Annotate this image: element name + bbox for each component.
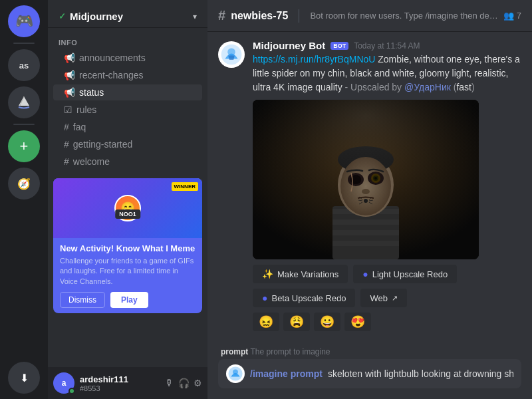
- microphone-icon[interactable]: 🎙: [165, 378, 174, 388]
- light-upscale-redo-button[interactable]: ● Light Upscale Redo: [353, 265, 457, 283]
- speaker-icon-2: 📢: [64, 70, 75, 80]
- header-divider: [299, 9, 299, 23]
- messages-list: Midjourney Bot BOT Today at 11:54 AM htt…: [207, 32, 532, 342]
- promo-content: New Activity! Know What I Meme Challenge…: [53, 238, 202, 313]
- message-input-wrap: /imagine prompt: [218, 359, 521, 388]
- add-icon: +: [20, 138, 29, 155]
- message-text: https://s.mj.run/hr8yrBqMNoU Zombie, wit…: [253, 53, 521, 94]
- noob-badge: NOO1: [115, 209, 140, 219]
- hash-icon: #: [64, 122, 69, 132]
- reaction-1[interactable]: 😩: [283, 313, 310, 331]
- user-info: ardeshir111 #8553: [80, 374, 160, 392]
- headphone-icon[interactable]: 🎧: [178, 378, 190, 388]
- icon-bar: 🎮 as + 🧭 ⬇: [0, 0, 48, 399]
- action-buttons: ✨ Make Variations ● Light Upscale Redo ●…: [253, 265, 521, 307]
- status-dot: [68, 388, 75, 394]
- sailboat-server-button[interactable]: [8, 86, 40, 118]
- server-name: ✓ Midjourney: [59, 11, 123, 22]
- avatar-letter: a: [62, 378, 66, 388]
- compass-icon: 🧭: [17, 178, 31, 190]
- message-time: Today at 11:54 AM: [354, 41, 420, 51]
- user-tag: #8553: [80, 384, 160, 392]
- icon-bar-divider: [13, 43, 35, 44]
- circle-icon-2: ●: [262, 293, 267, 303]
- sailboat-icon: [16, 94, 32, 110]
- image-attachment: [253, 100, 479, 259]
- settings-icon[interactable]: ⚙: [194, 378, 202, 388]
- channel-header: # newbies-75 Bot room for new users. Typ…: [207, 0, 532, 32]
- input-avatar-icon: [228, 366, 243, 381]
- promo-buttons: Dismiss Play: [60, 292, 196, 308]
- as-server-abbr: as: [19, 61, 29, 70]
- reactions: 😖 😩 😀 😍: [253, 313, 521, 331]
- user-action-icons: 🎙 🎧 ⚙: [165, 378, 202, 388]
- sidebar-header[interactable]: ✓ Midjourney ▾: [48, 0, 207, 28]
- add-server-button[interactable]: +: [8, 130, 40, 162]
- download-icon: ⬇: [20, 372, 29, 384]
- message-input[interactable]: [328, 368, 513, 379]
- as-server-button[interactable]: as: [8, 49, 40, 81]
- check-icon: ☑: [64, 104, 72, 115]
- dismiss-button[interactable]: Dismiss: [60, 292, 105, 308]
- promo-description: Challenge your friends to a game of GIFs…: [60, 256, 196, 287]
- zombie-image: [253, 100, 479, 259]
- chevron-down-icon: ▾: [193, 12, 197, 21]
- channel-hash-icon: #: [218, 8, 225, 23]
- sidebar-item-recent-changes[interactable]: 📢 recent-changes: [53, 67, 202, 83]
- download-button[interactable]: ⬇: [8, 362, 40, 394]
- hash-icon-2: #: [64, 139, 69, 150]
- message-body: Midjourney Bot BOT Today at 11:54 AM htt…: [253, 40, 521, 331]
- channel-description: Bot room for new users. Type /imagine th…: [310, 11, 497, 21]
- user-bar: a ardeshir111 #8553 🎙 🎧 ⚙: [48, 367, 207, 399]
- make-variations-button[interactable]: ✨ Make Variations: [253, 265, 348, 283]
- sidebar-item-rules[interactable]: ☑ rules: [53, 102, 202, 118]
- promo-title: New Activity! Know What I Meme: [60, 243, 196, 253]
- sidebar: ✓ Midjourney ▾ INFO 📢 announcements 📢 re…: [48, 0, 207, 399]
- main-content: # newbies-75 Bot room for new users. Typ…: [207, 0, 532, 399]
- hash-icon-3: #: [64, 156, 69, 167]
- user-count: 👥 7: [503, 11, 521, 21]
- promo-card: WINNER 😄 NOO1 New Activity! Know What I …: [53, 178, 202, 313]
- beta-upscale-redo-button[interactable]: ● Beta Upscale Redo: [253, 289, 355, 307]
- web-button[interactable]: Web ↗: [360, 289, 407, 307]
- slash-command-label: /imagine prompt: [250, 368, 323, 379]
- reaction-2[interactable]: 😀: [314, 313, 340, 331]
- external-link-icon: ↗: [392, 294, 398, 303]
- prompt-hint: prompt The prompt to imagine: [218, 347, 521, 356]
- info-section-label: INFO: [48, 28, 207, 49]
- message-link[interactable]: https://s.mj.run/hr8yrBqMNoU: [253, 54, 375, 65]
- circle-icon: ●: [362, 269, 368, 279]
- svg-point-1: [227, 48, 235, 56]
- discord-home-button[interactable]: 🎮: [8, 5, 40, 37]
- sidebar-item-announcements[interactable]: 📢 announcements: [53, 50, 202, 66]
- sidebar-item-getting-started[interactable]: # getting-started: [53, 136, 202, 152]
- mention: @УдарНик: [404, 82, 451, 92]
- message-author: Midjourney Bot: [253, 40, 325, 51]
- promo-image: WINNER 😄 NOO1: [53, 178, 202, 238]
- discord-icon: 🎮: [15, 13, 33, 30]
- channel-name: newbies-75: [231, 10, 288, 22]
- image-placeholder: [253, 100, 479, 259]
- speaker-icon: 📢: [64, 53, 75, 63]
- people-icon: 👥: [503, 11, 514, 21]
- play-button[interactable]: Play: [110, 292, 148, 308]
- sidebar-item-status[interactable]: 📢 status: [53, 84, 202, 100]
- input-area: prompt The prompt to imagine /imagine pr…: [207, 342, 532, 399]
- reaction-3[interactable]: 😍: [344, 313, 371, 331]
- verified-icon: ✓: [59, 11, 66, 21]
- svg-point-29: [233, 369, 238, 374]
- reaction-0[interactable]: 😖: [253, 313, 279, 331]
- bot-avatar: [218, 41, 245, 68]
- sidebar-item-welcome[interactable]: # welcome: [53, 154, 202, 170]
- winner-badge: WINNER: [172, 182, 198, 191]
- icon-bar-divider-2: [13, 124, 35, 125]
- explore-button[interactable]: 🧭: [8, 168, 40, 200]
- speaker-icon-3: 📢: [64, 87, 75, 98]
- sparkle-icon: ✨: [262, 269, 273, 279]
- username: ardeshir111: [80, 374, 160, 384]
- sidebar-item-faq[interactable]: # faq: [53, 119, 202, 135]
- bot-message: Midjourney Bot BOT Today at 11:54 AM htt…: [218, 37, 521, 334]
- input-avatar: [226, 364, 245, 383]
- message-header: Midjourney Bot BOT Today at 11:54 AM: [253, 40, 521, 51]
- svg-rect-27: [253, 100, 479, 259]
